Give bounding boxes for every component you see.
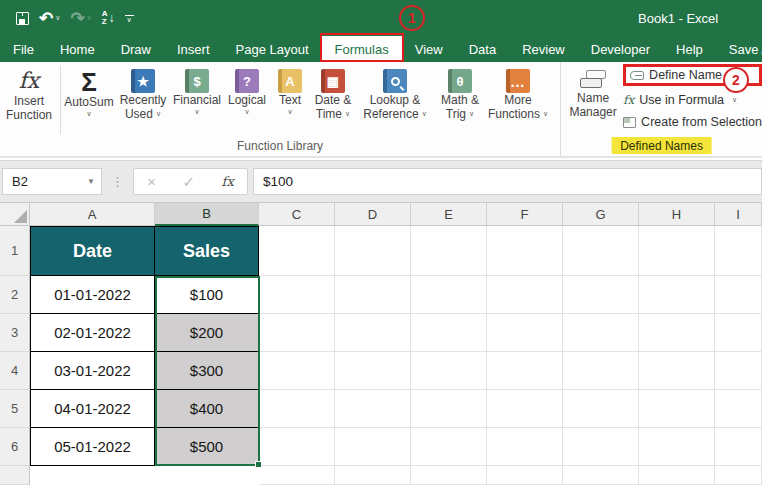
cell-d6[interactable] — [335, 428, 411, 466]
cell-f3[interactable] — [487, 314, 563, 352]
cell-e4[interactable] — [411, 352, 487, 390]
cell-c2[interactable] — [259, 276, 335, 314]
cell-b3[interactable]: $200 — [155, 314, 259, 352]
customize-toolbar-icon[interactable]: ∨ — [125, 7, 134, 29]
cell-f5[interactable] — [487, 390, 563, 428]
cell-a2[interactable]: 01-01-2022 — [30, 276, 155, 314]
cell-a5[interactable]: 04-01-2022 — [30, 390, 155, 428]
cell-h5[interactable] — [639, 390, 715, 428]
cell-g4[interactable] — [563, 352, 639, 390]
cell-i1[interactable] — [715, 226, 762, 276]
cell-d4[interactable] — [335, 352, 411, 390]
select-all-corner[interactable] — [0, 203, 30, 226]
cell-f7[interactable] — [487, 466, 563, 485]
cell-d7[interactable] — [335, 466, 411, 485]
cell-e5[interactable] — [411, 390, 487, 428]
cell-g5[interactable] — [563, 390, 639, 428]
cell-a7[interactable] — [30, 466, 155, 485]
cell-b4[interactable]: $300 — [155, 352, 259, 390]
use-in-formula-button[interactable]: fx Use in Formula ∨ — [623, 89, 762, 111]
cell-h2[interactable] — [639, 276, 715, 314]
cell-e1[interactable] — [411, 226, 487, 276]
row-header-5[interactable]: 5 — [0, 390, 30, 428]
cell-i4[interactable] — [715, 352, 762, 390]
cell-a3[interactable]: 02-01-2022 — [30, 314, 155, 352]
cell-c4[interactable] — [259, 352, 335, 390]
column-header-i[interactable]: I — [715, 203, 762, 226]
undo-icon[interactable]: ↶∨ — [39, 7, 60, 29]
column-header-e[interactable]: E — [411, 203, 487, 226]
row-header-4[interactable]: 4 — [0, 352, 30, 390]
cell-d5[interactable] — [335, 390, 411, 428]
cell-b7[interactable] — [155, 466, 259, 485]
column-header-h[interactable]: H — [639, 203, 715, 226]
sort-ascending-icon[interactable]: AZ ↓ — [102, 7, 115, 29]
cell-g3[interactable] — [563, 314, 639, 352]
cell-f6[interactable] — [487, 428, 563, 466]
cell-a1-date-header[interactable]: Date — [30, 226, 155, 276]
name-box-dropdown-icon[interactable]: ▼ — [87, 177, 95, 186]
cell-e7[interactable] — [411, 466, 487, 485]
cell-a4[interactable]: 03-01-2022 — [30, 352, 155, 390]
cell-h3[interactable] — [639, 314, 715, 352]
cell-c3[interactable] — [259, 314, 335, 352]
tab-formulas[interactable]: Formulas — [322, 36, 402, 62]
cell-f1[interactable] — [487, 226, 563, 276]
tab-data[interactable]: Data — [456, 36, 509, 62]
column-header-c[interactable]: C — [259, 203, 335, 226]
row-header-1[interactable]: 1 — [0, 226, 30, 276]
cell-g6[interactable] — [563, 428, 639, 466]
column-header-f[interactable]: F — [487, 203, 563, 226]
column-header-d[interactable]: D — [335, 203, 411, 226]
cell-b6[interactable]: $500 — [155, 428, 259, 466]
cell-i3[interactable] — [715, 314, 762, 352]
create-from-selection-button[interactable]: Create from Selection — [623, 111, 762, 133]
cell-g7[interactable] — [563, 466, 639, 485]
cell-i2[interactable] — [715, 276, 762, 314]
cell-b2-active[interactable]: $100 — [155, 276, 259, 314]
cell-c6[interactable] — [259, 428, 335, 466]
column-header-a[interactable]: A — [30, 203, 155, 226]
tab-file[interactable]: File — [0, 36, 47, 62]
cell-d3[interactable] — [335, 314, 411, 352]
cell-g1[interactable] — [563, 226, 639, 276]
row-header-3[interactable]: 3 — [0, 314, 30, 352]
row-header-7[interactable] — [0, 466, 30, 485]
tab-view[interactable]: View — [402, 36, 456, 62]
column-header-b[interactable]: B — [155, 203, 259, 226]
cancel-icon[interactable]: × — [147, 173, 156, 190]
save-icon[interactable] — [16, 7, 29, 29]
cell-f2[interactable] — [487, 276, 563, 314]
tab-draw[interactable]: Draw — [108, 36, 164, 62]
cell-i7[interactable] — [715, 466, 762, 485]
cell-i6[interactable] — [715, 428, 762, 466]
cell-c1[interactable] — [259, 226, 335, 276]
cell-d1[interactable] — [335, 226, 411, 276]
tab-review[interactable]: Review — [509, 36, 578, 62]
tab-home[interactable]: Home — [47, 36, 108, 62]
tab-insert[interactable]: Insert — [164, 36, 223, 62]
cell-c5[interactable] — [259, 390, 335, 428]
formula-input[interactable]: $100 — [253, 168, 762, 195]
tab-developer[interactable]: Developer — [578, 36, 663, 62]
row-header-6[interactable]: 6 — [0, 428, 30, 466]
cell-e6[interactable] — [411, 428, 487, 466]
tab-help[interactable]: Help — [663, 36, 716, 62]
cell-i5[interactable] — [715, 390, 762, 428]
column-header-g[interactable]: G — [563, 203, 639, 226]
insert-function-fx-icon[interactable]: fx — [222, 174, 234, 189]
row-header-2[interactable]: 2 — [0, 276, 30, 314]
cell-a6[interactable]: 05-01-2022 — [30, 428, 155, 466]
cell-c7[interactable] — [259, 466, 335, 485]
cell-h7[interactable] — [639, 466, 715, 485]
cell-h4[interactable] — [639, 352, 715, 390]
cell-e2[interactable] — [411, 276, 487, 314]
name-box[interactable]: B2 ▼ — [2, 168, 102, 195]
enter-icon[interactable]: ✓ — [183, 173, 196, 191]
cell-e3[interactable] — [411, 314, 487, 352]
cell-d2[interactable] — [335, 276, 411, 314]
tab-page-layout[interactable]: Page Layout — [223, 36, 322, 62]
cell-b1-sales-header[interactable]: Sales — [155, 226, 259, 276]
tab-save-as[interactable]: Save As — [716, 36, 762, 62]
undo-dropdown-icon[interactable]: ∨ — [55, 14, 60, 22]
